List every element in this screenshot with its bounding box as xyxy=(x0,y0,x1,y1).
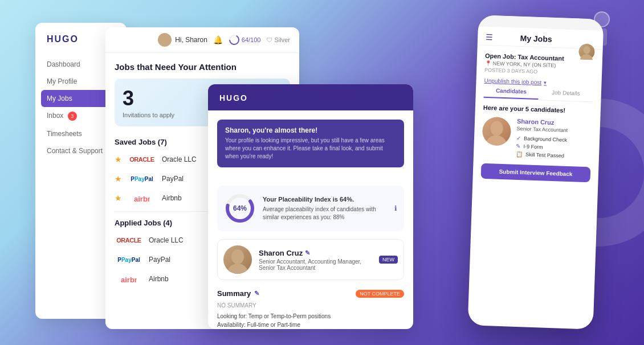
oracle-logo: ORACLE xyxy=(115,234,143,247)
paypal-logo: PPayPal xyxy=(128,172,156,185)
star-icon: ★ xyxy=(115,194,122,203)
candidate-mobile-role: Senior Tax Accountant xyxy=(516,126,592,134)
attention-count: 3 xyxy=(123,87,174,110)
company-name: Airbnb xyxy=(149,275,169,283)
mobile-content: Open Job: Tax Accountant 📍 NEW YORK, NY … xyxy=(472,45,602,190)
placeability-title: Your Placeability Index is 64%. xyxy=(263,195,388,204)
company-name: PayPal xyxy=(149,256,170,264)
edit-icon[interactable]: ✎ xyxy=(305,249,310,257)
svg-point-11 xyxy=(486,135,507,146)
attention-label: Invitations to apply xyxy=(123,112,174,118)
alert-text: Your profile is looking impressive, but … xyxy=(225,137,396,161)
candidate-name: Sharon Cruz ✎ xyxy=(259,249,372,257)
check-background: ✓ Background Check xyxy=(516,135,592,144)
clipboard-icon: 📋 xyxy=(516,151,523,157)
airbnb-logo: airbnb xyxy=(128,192,156,204)
summary-heading: Summary ✎ xyxy=(217,289,259,298)
candidate-info: Sharon Cruz ✎ Senior Accountant, Account… xyxy=(259,249,372,271)
svg-text:airbnb: airbnb xyxy=(121,276,137,284)
placeability-info-icon[interactable]: ℹ xyxy=(394,204,397,212)
form-icon: ✎ xyxy=(516,143,520,149)
profile-panel: HUGO Sharon, you're almost there! Your p… xyxy=(208,84,413,329)
alert-title: Sharon, you're almost there! xyxy=(225,126,396,134)
check-circle-icon: ✓ xyxy=(516,135,521,141)
location-pin-icon: 📍 xyxy=(484,60,491,66)
tier-badge: 🛡 Silver xyxy=(266,36,290,43)
svg-text:airbnb: airbnb xyxy=(134,195,150,203)
user-avatar xyxy=(158,33,172,47)
tab-candidates[interactable]: Candidates xyxy=(484,84,539,100)
svg-point-10 xyxy=(490,121,503,136)
inbox-badge: 3 xyxy=(68,112,77,121)
company-name: PayPal xyxy=(162,175,184,183)
airbnb-logo: airbnb xyxy=(115,273,143,285)
svg-point-6 xyxy=(231,249,244,264)
candidate-avatar xyxy=(223,245,252,274)
svg-point-9 xyxy=(580,54,593,60)
candidate-roles: Senior Accountant, Accounting Manager, S… xyxy=(259,258,372,271)
placeability-row: 64% Your Placeability Index is 64%. Aver… xyxy=(217,186,404,231)
candidates-heading: Here are your 5 candidates! xyxy=(483,104,593,115)
company-name: Oracle LLC xyxy=(162,155,197,163)
star-icon: ★ xyxy=(115,155,122,164)
alert-banner: Sharon, you're almost there! Your profil… xyxy=(217,120,404,167)
header-user: Hi, Sharon xyxy=(158,33,207,47)
star-icon: ★ xyxy=(115,174,122,183)
candidate-mobile-card: Sharon Cruz Senior Tax Accountant ✓ Back… xyxy=(482,117,592,162)
svg-point-8 xyxy=(583,46,590,54)
summary-availability: Availability: Full-time or Part-time xyxy=(217,322,404,328)
paypal-logo: PPayPal xyxy=(115,253,143,266)
placeability-percent: 64% xyxy=(233,204,247,212)
svg-point-7 xyxy=(227,264,248,274)
notification-icon[interactable]: 🔔 xyxy=(213,35,223,44)
main-panel-header: Hi, Sharon 🔔 64/100 🛡 Silver xyxy=(105,27,299,53)
summary-section: Summary ✎ NOT COMPLETE NO SUMMARY Lookin… xyxy=(208,289,413,329)
submit-feedback-button[interactable]: Submit Interview Feedback xyxy=(481,163,591,183)
check-i9: ✎ I-9 Form xyxy=(516,143,591,152)
donut-chart: 64% xyxy=(224,192,256,224)
oracle-logo: ORACLE xyxy=(128,153,156,166)
attention-section-title: Jobs that Need Your Attention xyxy=(115,62,290,72)
mobile-avatar xyxy=(578,44,595,60)
hamburger-icon[interactable]: ☰ xyxy=(486,32,494,42)
candidate-mobile-info: Sharon Cruz Senior Tax Accountant ✓ Back… xyxy=(516,118,592,162)
profile-main: 64% Your Placeability Index is 64%. Aver… xyxy=(208,176,413,289)
placeability-description: Average placeability index of candidates… xyxy=(263,206,388,221)
no-summary: NO SUMMARY xyxy=(217,302,404,309)
profile-panel-header: HUGO xyxy=(208,84,413,110)
company-name: Airbnb xyxy=(162,194,182,202)
tab-job-details[interactable]: Job Details xyxy=(538,85,593,101)
placeability-info: Your Placeability Index is 64%. Average … xyxy=(263,195,388,221)
new-badge: NEW xyxy=(379,256,398,264)
progress-ring: 64/100 xyxy=(229,34,261,46)
summary-looking-for: Looking for: Temp or Temp-to-Perm positi… xyxy=(217,313,404,319)
candidate-mobile-avatar xyxy=(482,117,512,146)
check-skill: 📋 Skill Test Passed xyxy=(516,151,591,160)
not-complete-badge: NOT COMPLETE xyxy=(356,290,404,298)
candidate-card: Sharon Cruz ✎ Senior Accountant, Account… xyxy=(217,239,404,280)
summary-row: Summary ✎ NOT COMPLETE xyxy=(217,289,404,298)
mobile-title: My Jobs xyxy=(520,34,552,44)
profile-panel-logo: HUGO xyxy=(219,93,248,102)
mobile-tabs: Candidates Job Details xyxy=(483,84,593,102)
mobile-panel: ☰ My Jobs Open Job: Tax Accountant 📍 NEW… xyxy=(468,15,604,329)
company-name: Oracle LLC xyxy=(149,236,184,244)
summary-edit-icon[interactable]: ✎ xyxy=(254,290,259,297)
chevron-down-icon: ▾ xyxy=(544,80,547,85)
